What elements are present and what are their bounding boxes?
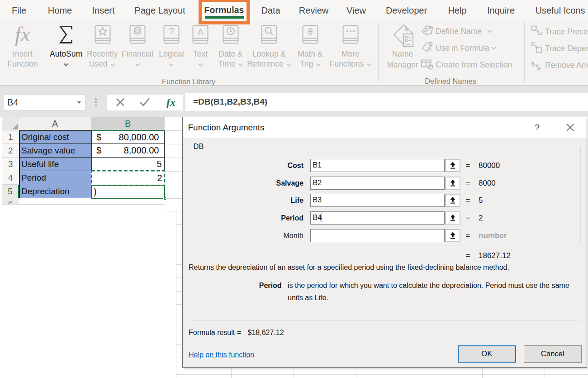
svg-text:A: A xyxy=(198,27,204,37)
svg-text:?: ? xyxy=(169,26,174,36)
svg-text:θ: θ xyxy=(308,27,313,37)
svg-text:fx: fx xyxy=(427,45,432,52)
